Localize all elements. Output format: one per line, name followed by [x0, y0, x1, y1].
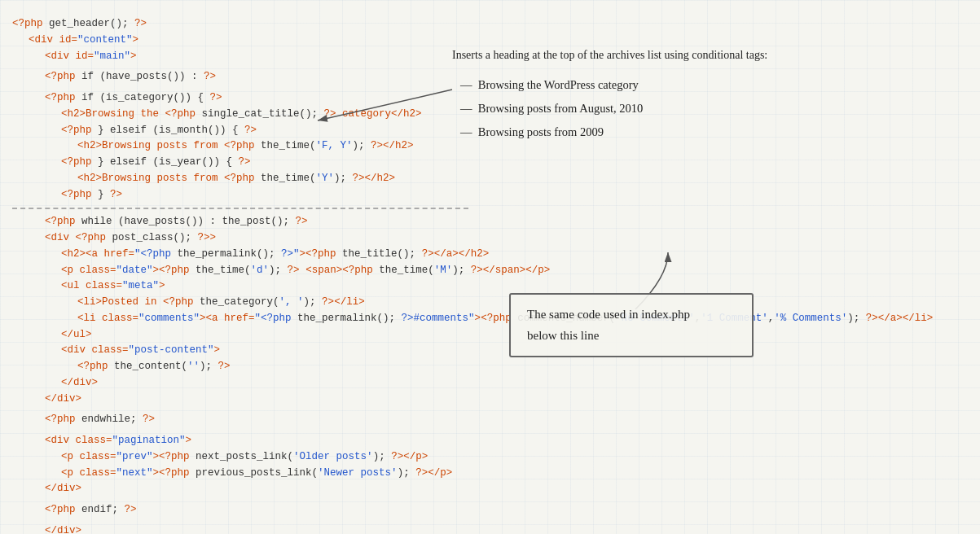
- php-close: ?>: [134, 18, 147, 29]
- string-val2: 'Newer posts': [318, 467, 398, 479]
- html-tag2: >: [186, 435, 192, 446]
- php-close: ?>: [218, 361, 231, 372]
- html-tag2: </h2>: [365, 173, 396, 184]
- code-line-18: <li class="comments"><a href="<?php the_…: [77, 311, 933, 327]
- html-tag2: >: [153, 451, 160, 462]
- php-close: ?>: [415, 467, 428, 479]
- bullet-2: — Browsing posts from August, 2010: [460, 97, 643, 120]
- code-text: }: [92, 189, 111, 200]
- code-line-22: </div>: [61, 375, 933, 392]
- code-text: the_time(: [190, 265, 251, 276]
- html-tag: </div>: [45, 393, 81, 405]
- code-line-27: <p class="next"><?php previous_posts_lin…: [61, 466, 933, 482]
- html-tag: <ul class=: [61, 280, 122, 291]
- code-line-10: <h2>Browsing posts from <?php the_time('…: [77, 171, 933, 187]
- bottom-annotation-text: The same code used in index.phpbelow thi…: [527, 308, 690, 342]
- html-tag: <p class=: [61, 467, 116, 479]
- html-tag2: >: [153, 467, 160, 479]
- html-tag3: >: [475, 313, 481, 324]
- code-text2: the_title();: [336, 248, 422, 260]
- php-open: <?php: [61, 125, 92, 136]
- php-open: <?php: [165, 108, 196, 120]
- php-open: <?php: [159, 451, 190, 462]
- php-close: ?>: [353, 173, 365, 184]
- php-close: ?>: [244, 125, 257, 136]
- code-text: if (have_posts()) :: [76, 71, 204, 82]
- html-tag: <div class=: [45, 435, 112, 446]
- string-val: "pagination": [112, 435, 186, 446]
- php-close: ?>: [391, 451, 403, 462]
- annotation-bullets: — Browsing the WordPress category — Brow…: [460, 73, 643, 144]
- php-open: <?php: [159, 265, 190, 276]
- code-line-24: <?php endwhile; ?>: [45, 412, 933, 428]
- php-close: ?>: [422, 248, 434, 260]
- code-text: the_content(: [108, 361, 188, 372]
- code-text: the_time(: [255, 140, 316, 151]
- bottom-annotation-box: The same code used in index.phpbelow thi…: [509, 293, 754, 357]
- string-val3: 'M': [434, 265, 453, 276]
- code-text: get_header();: [43, 18, 135, 29]
- php-open: <?php: [305, 248, 336, 260]
- code-text2: );: [200, 361, 218, 372]
- php-open: <?php: [12, 18, 43, 29]
- string-val: "prev": [116, 451, 153, 462]
- string-val: 'F, Y': [316, 140, 353, 151]
- code-line-14: <h2><a href="<?php the_permalink(); ?>">…: [61, 247, 933, 263]
- string-val: ', ': [279, 296, 304, 308]
- code-text: the_permalink();: [292, 313, 402, 324]
- code-text: the_time(: [255, 173, 316, 184]
- code-text: the_permalink();: [171, 248, 281, 260]
- top-annotation: Inserts a heading at the top of the arch…: [452, 49, 767, 62]
- string-val: '': [187, 361, 200, 372]
- php-open: <?php: [45, 71, 76, 82]
- code-text2: );: [269, 265, 288, 276]
- php-close: ?>: [866, 313, 878, 324]
- php-close: ?>: [204, 71, 216, 82]
- code-line-26: <p class="prev"><?php next_posts_link('O…: [61, 449, 933, 466]
- php-open: <?php: [159, 467, 190, 479]
- html-tag2: >: [300, 248, 306, 260]
- php-open: <?php: [45, 414, 76, 425]
- code-line-9: <?php } elseif (is_year()) { ?>: [61, 155, 933, 171]
- code-text: } elseif (is_month()) {: [92, 125, 245, 136]
- php-open: <?php: [76, 232, 107, 243]
- string-val3: ?>#comments": [402, 313, 475, 324]
- code-line-16: <ul class="meta">: [61, 278, 933, 295]
- html-tag2: >: [214, 344, 221, 356]
- html-tag: </ul>: [61, 329, 92, 340]
- string-val2: "<?php: [255, 313, 292, 324]
- code-text2: );: [353, 140, 371, 151]
- code-text: single_cat_title();: [196, 108, 324, 120]
- code-text: endwhile;: [76, 414, 143, 425]
- php-close: ?>: [125, 504, 137, 515]
- code-text: post_class();: [106, 232, 198, 243]
- php-open: <?php: [224, 173, 255, 184]
- string-val: "post-content": [129, 344, 214, 356]
- html-tag3: </p>: [428, 467, 452, 479]
- html-tag: <div id=: [29, 34, 77, 46]
- code-line-12: <?php while (have_posts()) : the_post();…: [45, 214, 933, 230]
- code-line-17: <li>Posted in <?php the_category(', '); …: [77, 295, 933, 311]
- html-tag2: >: [159, 280, 165, 291]
- html-tag: </div>: [61, 377, 98, 388]
- php-close: ?>: [288, 265, 300, 276]
- string-val: "<?php: [134, 248, 171, 260]
- html-tag: <h2>Browsing posts from: [77, 173, 224, 184]
- dashed-divider: [12, 208, 468, 209]
- html-tag4: </span></p>: [483, 265, 551, 276]
- html-tag: <div class=: [61, 344, 129, 356]
- php-open: <?php: [45, 92, 76, 103]
- html-tag2: >: [130, 50, 137, 62]
- php-close: ?>: [143, 414, 155, 425]
- code-text2: );: [304, 296, 323, 308]
- html-tag2: </h2>: [383, 140, 414, 151]
- string-val: "next": [116, 467, 153, 479]
- bullet-3: — Browsing posts from 2009: [460, 120, 643, 144]
- php-open: <?php: [45, 216, 76, 227]
- code-line-21: <?php the_content(''); ?>: [77, 359, 933, 375]
- code-line-20: <div class="post-content">: [61, 343, 933, 359]
- php-close: ?>: [324, 108, 336, 120]
- attr-val: "main": [94, 50, 130, 62]
- html-tag2: >: [153, 265, 160, 276]
- code-text4: );: [452, 265, 471, 276]
